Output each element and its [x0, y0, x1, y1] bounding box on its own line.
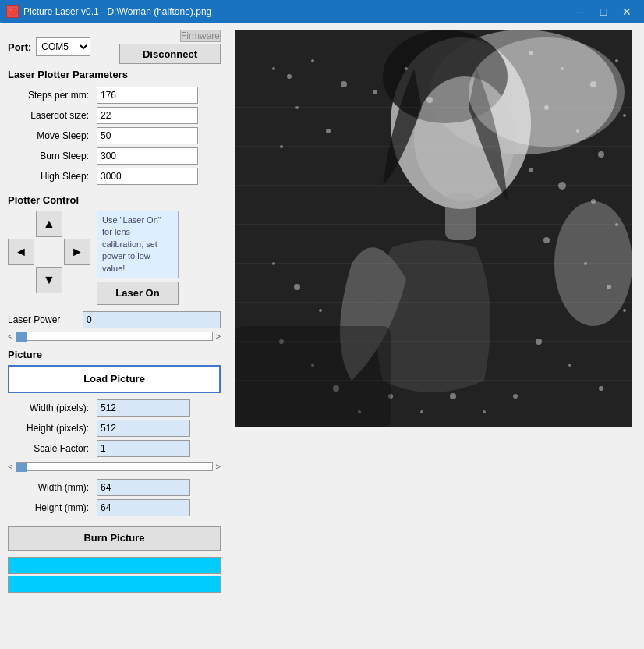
info-label-1: Height (pixels): — [8, 418, 94, 438]
slider-left-arrow[interactable]: < — [8, 332, 12, 341]
left-panel: Port: COM5 COM1 COM2 COM3 COM4 Firmware … — [0, 23, 228, 649]
direction-pad: ▲ ◄ ► ▼ — [8, 211, 90, 293]
close-button[interactable]: ✕ — [616, 4, 638, 20]
firmware-button[interactable]: Firmware — [180, 30, 221, 42]
load-picture-button[interactable]: Load Picture — [8, 365, 221, 393]
dir-empty-br — [64, 267, 90, 293]
power-slider-row: < > — [8, 332, 221, 341]
param-label-4: High Sleep: — [8, 166, 94, 186]
svg-point-13 — [373, 90, 377, 94]
table-row: Width (mm): — [8, 477, 221, 498]
table-row: Height (mm): — [8, 498, 221, 518]
svg-point-28 — [543, 237, 550, 243]
power-slider-thumb — [16, 332, 27, 342]
param-label-3: Burn Sleep: — [8, 146, 94, 166]
mm-label-0: Width (mm): — [8, 477, 94, 498]
main-container: Port: COM5 COM1 COM2 COM3 COM4 Firmware … — [0, 23, 644, 649]
table-row: High Sleep: — [8, 166, 221, 186]
scale-slider-left[interactable]: < — [8, 462, 12, 471]
dir-right-button[interactable]: ► — [64, 239, 90, 265]
power-input[interactable] — [83, 311, 221, 328]
table-row: Laserdot size: — [8, 105, 221, 126]
svg-point-9 — [341, 81, 347, 87]
plotter-control-header: Plotter Control — [8, 194, 221, 206]
width-mm-input[interactable] — [97, 479, 190, 496]
port-area: Port: COM5 COM1 COM2 COM3 COM4 — [8, 37, 90, 56]
svg-point-24 — [529, 168, 533, 172]
param-label-0: Steps per mm: — [8, 85, 94, 105]
mm-table: Width (mm): Height (mm): — [8, 477, 221, 518]
scale-slider-thumb — [16, 463, 27, 472]
param-input-burn-sleep[interactable] — [97, 147, 198, 165]
power-row: Laser Power — [8, 311, 221, 328]
svg-point-37 — [319, 309, 322, 312]
titlebar-left: 🔴 Picture Laser v0.1 - D:\Woman (halfton… — [6, 5, 211, 18]
svg-point-34 — [599, 386, 603, 391]
dir-left-button[interactable]: ◄ — [8, 239, 34, 265]
top-right-buttons: Firmware Disconnect — [119, 30, 221, 64]
svg-point-23 — [623, 114, 626, 117]
param-input-move-sleep[interactable] — [97, 127, 198, 144]
table-row: Width (pixels): — [8, 398, 221, 418]
svg-point-33 — [568, 364, 571, 367]
param-label-2: Move Sleep: — [8, 126, 94, 146]
port-select[interactable]: COM5 COM1 COM2 COM3 COM4 — [36, 37, 90, 56]
dir-empty-tr — [64, 211, 90, 237]
maximize-button[interactable]: □ — [593, 4, 614, 20]
picture-info-table: Width (pixels): Height (pixels): Scale F… — [8, 398, 221, 459]
slider-right-arrow[interactable]: > — [216, 332, 221, 341]
svg-point-15 — [426, 97, 433, 103]
top-controls: Port: COM5 COM1 COM2 COM3 COM4 Firmware … — [8, 30, 221, 64]
param-label-1: Laserdot size: — [8, 105, 94, 126]
svg-point-43 — [420, 410, 423, 413]
svg-point-57 — [554, 201, 632, 326]
image-container — [235, 30, 632, 427]
scale-slider-right[interactable]: > — [216, 462, 221, 471]
svg-point-6 — [272, 67, 275, 70]
burn-picture-button[interactable]: Burn Picture — [8, 526, 221, 551]
info-label-0: Width (pixels): — [8, 398, 94, 418]
svg-point-7 — [287, 74, 292, 79]
svg-rect-56 — [235, 326, 391, 427]
scale-slider-track[interactable] — [16, 462, 212, 471]
progress-bar-1-fill — [9, 558, 220, 573]
disconnect-button[interactable]: Disconnect — [119, 44, 221, 64]
titlebar-controls: ─ □ ✕ — [569, 4, 638, 20]
mm-label-1: Height (mm): — [8, 498, 94, 518]
minimize-button[interactable]: ─ — [569, 4, 591, 20]
picture-section-header: Picture — [8, 349, 221, 360]
svg-point-14 — [405, 67, 408, 70]
dir-down-button[interactable]: ▼ — [36, 267, 62, 293]
power-slider-track[interactable] — [16, 332, 212, 341]
halftone-image — [235, 30, 632, 427]
scale-factor-input[interactable] — [97, 440, 190, 457]
laser-on-button[interactable]: Laser On — [97, 282, 179, 305]
svg-point-8 — [311, 59, 314, 62]
titlebar-title: Picture Laser v0.1 - D:\Woman (halftone)… — [23, 6, 211, 17]
svg-point-44 — [450, 393, 456, 399]
right-panel — [228, 23, 644, 649]
titlebar: 🔴 Picture Laser v0.1 - D:\Woman (halfton… — [0, 0, 644, 23]
param-input-high-sleep[interactable] — [97, 168, 198, 185]
svg-point-45 — [483, 410, 486, 413]
dir-up-button[interactable]: ▲ — [36, 211, 62, 237]
svg-point-36 — [294, 284, 300, 290]
width-pixels-input[interactable] — [97, 399, 190, 417]
param-input-steps-per-mm[interactable] — [97, 87, 198, 104]
power-label: Laser Power — [8, 314, 78, 325]
height-mm-input[interactable] — [97, 499, 190, 516]
svg-point-55 — [469, 37, 625, 147]
picture-section: Load Picture Width (pixels): Height (pix… — [8, 365, 221, 593]
table-row: Scale Factor: — [8, 438, 221, 459]
svg-rect-5 — [445, 193, 476, 240]
plotter-grid: ▲ ◄ ► ▼ Use "Laser On" for lens calibrat… — [8, 211, 221, 305]
info-label-2: Scale Factor: — [8, 438, 94, 459]
dir-empty-tl — [8, 211, 34, 237]
app-icon: 🔴 — [6, 5, 19, 18]
svg-point-22 — [598, 151, 604, 158]
param-input-laserdot-size[interactable] — [97, 107, 198, 124]
laser-info-area: Use "Laser On" for lens calibration, set… — [97, 211, 179, 305]
height-pixels-input[interactable] — [97, 420, 190, 437]
dir-empty-center — [36, 239, 62, 265]
table-row: Move Sleep: — [8, 126, 221, 146]
